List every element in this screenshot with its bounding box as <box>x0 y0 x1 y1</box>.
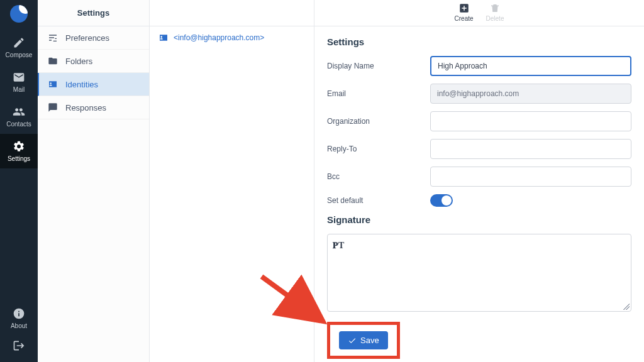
display-name-input[interactable] <box>430 56 631 76</box>
identities-list: <info@highapproach.com> <box>150 0 314 362</box>
settings-item-preferences[interactable]: Preferences <box>38 26 149 50</box>
content-toolbar: Create Delete <box>314 0 644 26</box>
create-label: Create <box>455 15 474 22</box>
id-card-icon <box>158 33 169 43</box>
sliders-icon <box>48 33 58 43</box>
nav-contacts-label: Contacts <box>6 121 31 128</box>
identities-list-header <box>150 0 314 26</box>
organization-input[interactable] <box>430 111 631 131</box>
settings-item-label: Identities <box>65 80 98 89</box>
signature-editor[interactable]: 𝐏T <box>327 234 631 312</box>
bcc-input[interactable] <box>430 167 631 187</box>
nav-settings[interactable]: Settings <box>0 134 38 168</box>
settings-item-identities[interactable]: Identities <box>38 73 149 96</box>
logout-icon <box>13 339 25 352</box>
trash-icon <box>489 3 501 14</box>
settings-item-label: Folders <box>65 57 92 66</box>
save-button[interactable]: Save <box>339 331 388 349</box>
settings-menu-title: Settings <box>38 0 149 26</box>
mail-icon <box>13 71 25 84</box>
create-button[interactable]: Create <box>455 3 474 22</box>
delete-button: Delete <box>486 3 504 22</box>
save-highlight-annotation: Save <box>327 322 400 359</box>
settings-item-label: Preferences <box>65 33 109 43</box>
delete-label: Delete <box>486 15 504 22</box>
settings-item-label: Responses <box>65 103 106 112</box>
content-pane: Create Delete Settings Display Name Emai… <box>314 0 644 362</box>
email-label: Email <box>327 89 430 98</box>
info-icon <box>13 307 25 320</box>
email-input <box>430 84 631 104</box>
reply-to-label: Reply-To <box>327 145 430 153</box>
identity-form: Settings Display Name Email Organization… <box>314 26 644 362</box>
comment-icon <box>48 102 58 112</box>
resize-handle[interactable] <box>623 304 630 310</box>
reply-to-input[interactable] <box>430 139 631 159</box>
nav-contacts[interactable]: Contacts <box>0 99 38 134</box>
set-default-label: Set default <box>327 196 430 205</box>
nav-mail[interactable]: Mail <box>0 65 38 99</box>
nav-about[interactable]: About <box>0 302 38 334</box>
nav-compose[interactable]: Compose <box>0 30 38 65</box>
save-button-label: Save <box>360 336 379 345</box>
settings-icon <box>13 140 25 153</box>
check-icon <box>348 336 357 345</box>
nav-rail: Compose Mail Contacts Settings About <box>0 0 38 362</box>
plus-square-icon <box>458 3 470 14</box>
contacts-icon <box>13 106 25 118</box>
section-settings-title: Settings <box>327 36 631 47</box>
id-card-icon <box>48 79 58 89</box>
settings-item-folders[interactable]: Folders <box>38 50 149 73</box>
section-signature-title: Signature <box>327 214 631 225</box>
text-format-icon[interactable]: 𝐏T <box>333 241 344 250</box>
compose-icon <box>13 36 25 49</box>
identity-row[interactable]: <info@highapproach.com> <box>150 26 314 49</box>
app-logo <box>10 5 28 23</box>
folder-icon <box>48 56 58 66</box>
organization-label: Organization <box>327 117 430 126</box>
nav-logout[interactable] <box>0 334 38 357</box>
nav-mail-label: Mail <box>13 86 25 93</box>
settings-item-responses[interactable]: Responses <box>38 96 149 119</box>
display-name-label: Display Name <box>327 62 430 70</box>
nav-about-label: About <box>11 322 27 329</box>
identity-email: <info@highapproach.com> <box>174 33 264 42</box>
nav-compose-label: Compose <box>6 52 33 58</box>
nav-settings-label: Settings <box>8 155 30 162</box>
set-default-toggle[interactable] <box>430 194 453 207</box>
settings-menu: Settings Preferences Folders Identities … <box>38 0 150 362</box>
bcc-label: Bcc <box>327 172 430 181</box>
